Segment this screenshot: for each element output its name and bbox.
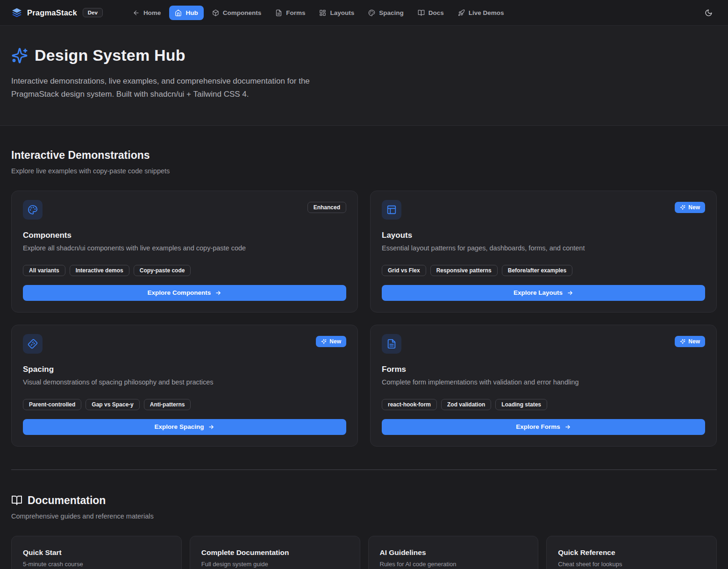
status-badge-new: New <box>316 336 346 347</box>
nav-item-components[interactable]: Components <box>207 6 267 20</box>
feature-tag: Loading states <box>495 399 547 410</box>
nav-item-docs[interactable]: Docs <box>412 6 450 20</box>
demo-card-description: Explore all shadcn/ui components with li… <box>23 244 346 252</box>
sparkles-icon <box>680 339 685 344</box>
arrow-right-icon <box>564 424 571 430</box>
feature-tag: All variants <box>23 265 65 276</box>
demo-card-forms: New Forms Complete form implementations … <box>370 325 717 447</box>
doc-card-title: AI Guidelines <box>380 548 527 557</box>
docs-subheading: Comprehensive guides and reference mater… <box>11 512 717 520</box>
status-badge-enhanced: Enhanced <box>307 202 346 213</box>
demo-card-title: Forms <box>382 365 705 374</box>
explore-spacing-button[interactable]: Explore Spacing <box>23 419 346 435</box>
arrow-right-icon <box>567 290 573 296</box>
explore-forms-button[interactable]: Explore Forms <box>382 419 705 435</box>
doc-card-title: Quick Reference <box>558 548 705 557</box>
feature-tag: Grid vs Flex <box>382 265 426 276</box>
explore-components-button[interactable]: Explore Components <box>23 285 346 301</box>
nav-item-spacing[interactable]: Spacing <box>363 6 409 20</box>
feature-tag: Responsive patterns <box>430 265 498 276</box>
sparkles-icon <box>321 339 327 344</box>
demo-card-components: Enhanced Components Explore all shadcn/u… <box>11 191 358 313</box>
demo-card-description: Complete form implementations with valid… <box>382 378 705 386</box>
doc-card-quick-reference[interactable]: Quick Reference Cheat sheet for lookups <box>546 536 717 569</box>
arrow-right-icon <box>208 424 214 430</box>
brand[interactable]: PragmaStack Dev <box>11 7 103 18</box>
doc-card-quick-start[interactable]: Quick Start 5-minute crash course <box>11 536 182 569</box>
demos-heading: Interactive Demonstrations <box>11 149 717 162</box>
palette-icon <box>368 9 375 16</box>
demo-card-title: Layouts <box>382 231 705 240</box>
theme-toggle-button[interactable] <box>700 4 717 21</box>
feature-tag: Zod validation <box>441 399 491 410</box>
feature-tag: Interactive demos <box>70 265 129 276</box>
page-description: Interactive demonstrations, live example… <box>11 75 359 101</box>
home-icon <box>175 9 182 16</box>
feature-tag: Parent-controlled <box>23 399 81 410</box>
arrow-right-icon <box>215 290 221 296</box>
demo-card-spacing: New Spacing Visual demonstrations of spa… <box>11 325 358 447</box>
status-badge-new: New <box>675 336 705 347</box>
feature-tag: Anti-patterns <box>144 399 191 410</box>
palette-icon <box>23 200 43 220</box>
panels-top-left-icon <box>382 200 401 220</box>
doc-card-grid: Quick Start 5-minute crash course Comple… <box>11 536 717 569</box>
sparkles-icon <box>680 205 685 210</box>
feature-tag: Gap vs Space-y <box>86 399 139 410</box>
nav-item-home[interactable]: Home <box>127 6 167 20</box>
env-badge: Dev <box>83 8 103 17</box>
demo-card-layouts: New Layouts Essential layout patterns fo… <box>370 191 717 313</box>
main-content: Interactive Demonstrations Explore live … <box>0 126 728 569</box>
feature-tag: react-hook-form <box>382 399 437 410</box>
file-text-icon <box>275 9 282 16</box>
page-title: Design System Hub <box>35 46 186 64</box>
box-icon <box>212 9 219 16</box>
nav-item-hub[interactable]: Hub <box>169 6 203 20</box>
demo-card-title: Components <box>23 231 346 240</box>
demo-card-title: Spacing <box>23 365 346 374</box>
demos-subheading: Explore live examples with copy-paste co… <box>11 167 717 175</box>
doc-card-description: Rules for AI code generation <box>380 561 527 568</box>
nav-item-forms[interactable]: Forms <box>270 6 311 20</box>
doc-card-description: Cheat sheet for lookups <box>558 561 705 568</box>
layers-icon <box>11 7 22 18</box>
top-navbar: PragmaStack Dev Home Hub Components Fo <box>0 0 728 26</box>
nav-item-layouts[interactable]: Layouts <box>314 6 360 20</box>
feature-tag: Before/after examples <box>502 265 572 276</box>
doc-card-title: Quick Start <box>23 548 170 557</box>
doc-card-complete-documentation[interactable]: Complete Documentation Full design syste… <box>190 536 360 569</box>
book-open-icon <box>418 9 425 16</box>
doc-card-ai-guidelines[interactable]: AI Guidelines Rules for AI code generati… <box>368 536 539 569</box>
feature-tag: Copy-paste code <box>134 265 191 276</box>
sparkles-icon <box>11 47 28 64</box>
demo-card-description: Visual demonstrations of spacing philoso… <box>23 378 346 386</box>
doc-card-description: 5-minute crash course <box>23 561 170 568</box>
doc-card-title: Complete Documentation <box>201 548 349 557</box>
layout-dashboard-icon <box>319 9 326 16</box>
book-open-icon <box>11 495 22 506</box>
file-text-icon <box>382 334 401 354</box>
arrow-left-icon <box>133 9 140 16</box>
status-badge-new: New <box>675 202 705 213</box>
ruler-icon <box>23 334 43 354</box>
docs-heading: Documentation <box>28 494 106 507</box>
nav-item-live-demos[interactable]: Live Demos <box>452 6 510 20</box>
doc-card-description: Full design system guide <box>201 561 349 568</box>
moon-icon <box>705 9 713 17</box>
explore-layouts-button[interactable]: Explore Layouts <box>382 285 705 301</box>
demo-card-grid: Enhanced Components Explore all shadcn/u… <box>11 191 717 447</box>
rocket-icon <box>458 9 465 16</box>
demo-card-description: Essential layout patterns for pages, das… <box>382 244 705 252</box>
main-nav: Home Hub Components Forms Layouts <box>127 6 510 20</box>
brand-name: PragmaStack <box>27 8 77 17</box>
hero-section: Design System Hub Interactive demonstrat… <box>0 26 728 126</box>
